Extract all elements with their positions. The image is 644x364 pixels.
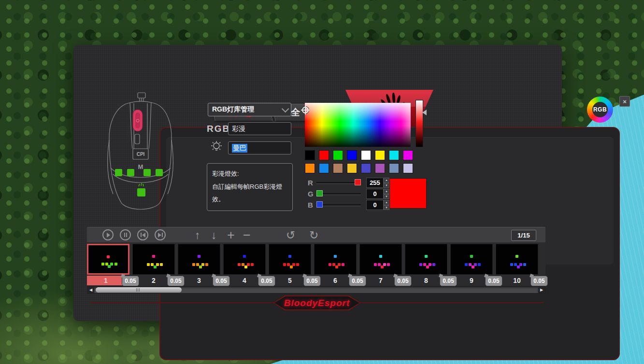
frame-thumbnail[interactable] [132,244,175,275]
spinner-down-icon[interactable]: ▼ [384,194,389,199]
pause-button[interactable] [120,229,131,240]
frame-thumbnail[interactable] [178,244,220,275]
spinner-up-icon[interactable]: ▲ [384,200,389,205]
frame-thumbnail[interactable] [496,244,538,275]
led-dot [238,263,241,266]
led-dot [338,263,341,266]
brightness-slider[interactable] [415,100,423,147]
footer-accent-line [90,302,274,303]
frame-thumbnail[interactable] [87,244,129,275]
frame-duration-badge[interactable]: 0.05 [394,276,412,286]
spinner-down-icon[interactable]: ▼ [384,183,389,188]
channel-slider-handle[interactable] [355,179,361,185]
move-up-button[interactable]: ↑ [195,228,200,242]
move-down-button[interactable]: ↓ [211,228,217,242]
channel-spinner: ▲▼ [384,189,389,199]
skip-start-button[interactable] [137,229,148,240]
brightness-slider-handle[interactable] [422,110,427,115]
channel-value[interactable]: 0 [366,189,384,199]
channel-slider-track[interactable] [316,204,361,206]
frame-thumbnail[interactable] [405,244,447,275]
footer-brand-text: BloodyEsport [284,298,350,308]
frame-name-input[interactable]: 曼巴 [228,141,291,154]
channel-slider-track[interactable] [316,193,361,195]
frame-duration-badge[interactable]: 0.05 [122,276,139,286]
footer-brand-badge: BloodyEsport [273,295,360,310]
color-swatch[interactable] [333,150,343,160]
spinner-up-icon[interactable]: ▲ [384,189,389,194]
color-swatch[interactable] [375,150,385,160]
color-swatch[interactable] [389,150,399,160]
color-swatch[interactable] [389,163,399,173]
add-frame-button[interactable]: + [227,228,235,242]
led-dot [156,263,159,266]
channel-label: B [308,201,313,209]
led-dot [342,263,344,266]
skip-end-button[interactable] [155,229,166,240]
color-swatch[interactable] [347,150,357,160]
led-dot [474,263,477,266]
led-dot [465,263,468,266]
color-swatch[interactable] [305,150,315,160]
channel-slider-handle[interactable] [316,190,323,196]
play-icon [107,233,110,238]
led-dot [147,263,150,266]
channel-slider-track[interactable] [316,182,361,184]
color-swatch[interactable] [347,163,357,173]
frame-duration-badge[interactable]: 0.05 [440,276,457,286]
frame-thumbnail[interactable] [359,244,402,275]
channel-value[interactable]: 255 [366,178,384,188]
color-swatch[interactable] [403,163,413,173]
color-swatch[interactable] [375,163,385,173]
frame-duration-badge[interactable]: 0.05 [349,276,366,286]
color-swatch[interactable] [305,163,315,173]
color-swatch[interactable] [319,163,329,173]
channel-label: R [308,179,313,187]
color-swatch[interactable] [361,150,371,160]
color-picker-cursor[interactable] [302,107,309,113]
redo-button[interactable]: ↻ [309,228,318,242]
play-button[interactable] [102,229,114,240]
color-swatch[interactable] [361,163,371,173]
color-gradient-field[interactable] [305,103,411,147]
scrollbar-grip [136,288,140,292]
color-swatch[interactable] [319,150,329,160]
frame-duration-badge[interactable]: 0.05 [258,276,275,286]
frame-duration-badge[interactable]: 0.05 [303,276,321,286]
led-dot [419,263,422,266]
effect-name-input[interactable]: 彩漫 [228,122,291,135]
led-dot [296,263,299,266]
frame-duration-badge[interactable]: 0.05 [213,276,230,286]
brightness-bulb-icon [210,140,223,154]
undo-button[interactable]: ↺ [286,228,295,242]
frame-cell[interactable]: 10.05 [87,244,129,285]
library-dropdown[interactable]: RGB灯库管理 [208,103,291,116]
spinner-down-icon[interactable]: ▼ [384,205,389,210]
frame-thumbnail[interactable] [314,244,357,275]
frame-thumbnail[interactable] [223,244,266,275]
spinner-up-icon[interactable]: ▲ [384,178,389,183]
channel-slider-handle[interactable] [316,201,323,208]
color-swatch[interactable] [403,150,413,160]
app-window: 幻 彩 全 彩 bloody RGB [73,45,562,321]
scrollbar-track[interactable] [94,287,538,293]
close-button[interactable]: × [619,96,630,107]
frame-thumbnail[interactable] [269,244,311,275]
description-line: 彩漫燈效: [212,168,287,181]
color-swatch[interactable] [333,163,343,173]
scroll-left-button[interactable]: ◀ [87,287,94,293]
frame-duration-badge[interactable]: 0.05 [167,276,185,286]
library-dropdown-value: RGB灯库管理 [212,105,254,114]
remove-frame-button[interactable]: − [243,228,251,242]
scroll-right-button[interactable]: ▶ [538,287,545,293]
led-dot [387,263,390,266]
frame-thumbnail[interactable] [450,244,493,275]
scrollbar-thumb[interactable] [96,287,182,293]
led-dot [192,263,195,266]
frame-duration-badge[interactable]: 0.05 [485,276,502,286]
rgb-wheel-button[interactable]: RGB [587,97,613,123]
led-dot [251,263,254,266]
channel-value[interactable]: 0 [366,200,384,210]
frame-duration-badge[interactable]: 0.05 [530,276,548,286]
led-dot [247,263,250,266]
